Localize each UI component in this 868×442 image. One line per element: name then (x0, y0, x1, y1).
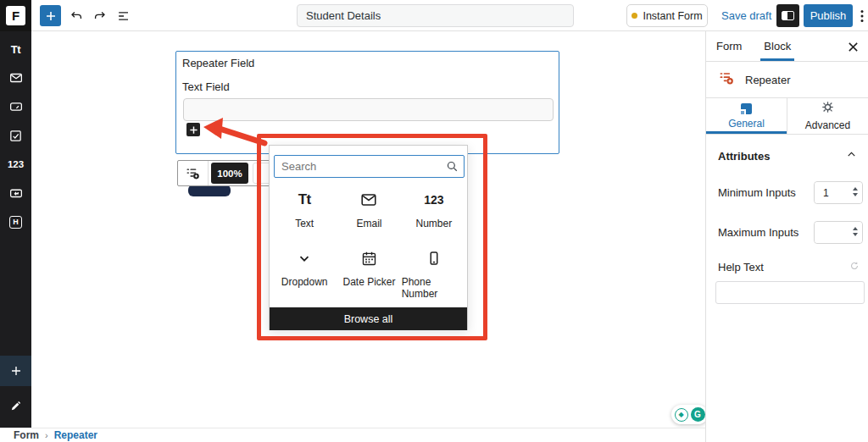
minimum-inputs-field (814, 181, 863, 204)
inserter-item-date-picker[interactable]: Date Picker (337, 248, 401, 300)
form-title-input[interactable] (297, 4, 574, 27)
editor-canvas: Repeater Field Text Field 100% (31, 31, 705, 428)
inserter-item-email[interactable]: Email (337, 190, 401, 229)
smartphone-icon (426, 248, 442, 268)
tab-general[interactable]: General (706, 98, 787, 134)
repeater-block-title: Repeater Field (182, 57, 254, 69)
textarea-field-icon[interactable] (0, 92, 31, 121)
tab-form[interactable]: Form (716, 31, 742, 61)
edit-pencil-icon[interactable] (0, 392, 31, 419)
help-text-row: Help Text (706, 252, 868, 278)
chevron-up-icon (845, 148, 858, 164)
number-stepper-icon[interactable] (853, 227, 858, 236)
assistant-bulb-icon[interactable]: ◆ (675, 408, 688, 422)
maximum-inputs-row: Maximum Inputs (706, 213, 868, 252)
maximum-inputs-field (814, 221, 863, 244)
repeater-field-block[interactable]: Repeater Field Text Field (175, 51, 559, 154)
instant-form-button[interactable]: Instant Form (626, 4, 708, 27)
heading-field-icon[interactable]: H (0, 207, 31, 236)
number-stepper-icon[interactable] (853, 187, 858, 196)
block-icon (741, 103, 752, 114)
attributes-title: Attributes (718, 150, 770, 163)
attributes-section-header[interactable]: Attributes (706, 135, 868, 173)
number-field-icon: 123 (424, 190, 443, 210)
checkbox-field-icon[interactable] (0, 121, 31, 150)
list-view-icon[interactable] (114, 7, 133, 25)
phone-field-icon[interactable] (0, 179, 31, 207)
field-icons-stack: Tt 123 H (0, 35, 31, 236)
breadcrumb-separator: › (45, 430, 48, 440)
inserter-item-phone-number[interactable]: Phone Number (402, 248, 466, 300)
sidebar-panel-icon (782, 11, 794, 20)
text-field-input[interactable] (183, 98, 554, 121)
help-text-input[interactable] (715, 281, 865, 304)
selected-block-name: Repeater (745, 74, 790, 86)
text-field-label: Text Field (182, 80, 230, 93)
sidebar-tabs: Form Block (706, 31, 868, 62)
redo-icon[interactable] (91, 7, 109, 25)
text-field-icon: Tt (298, 190, 311, 210)
plus-icon (9, 364, 23, 378)
editor-window: F Instant Form Save draft Publish (0, 0, 868, 442)
reset-icon[interactable] (849, 259, 860, 274)
email-field-icon[interactable] (0, 64, 31, 92)
tab-block[interactable]: Block (764, 31, 791, 61)
browse-all-button[interactable]: Browse all (270, 307, 467, 330)
chevron-down-icon (297, 248, 312, 268)
minimum-inputs-row: Minimum Inputs (706, 173, 868, 213)
tab-advanced[interactable]: Advanced (787, 98, 868, 134)
breadcrumb: Form › Repeater (0, 428, 705, 442)
field-types-rail: Tt 123 H (0, 31, 31, 428)
breadcrumb-form-link[interactable]: Form (14, 429, 39, 441)
editor-top-bar: F Instant Form Save draft Publish (0, 0, 868, 31)
inserter-item-number[interactable]: 123 Number (402, 190, 466, 229)
instant-form-label: Instant Form (643, 10, 702, 22)
search-input[interactable] (274, 155, 465, 178)
email-field-icon (359, 190, 378, 210)
search-field (274, 155, 465, 178)
number-field-icon[interactable]: 123 (0, 150, 31, 179)
fluentforms-logo[interactable]: F (0, 0, 31, 31)
grammarly-icon[interactable]: G (691, 407, 705, 422)
status-dot-icon (632, 13, 637, 19)
repeater-icon[interactable] (178, 161, 209, 185)
add-block-button[interactable] (40, 5, 61, 26)
logo-letter: F (6, 6, 25, 25)
inserter-item-dropdown[interactable]: Dropdown (272, 248, 337, 300)
gear-icon (821, 101, 834, 116)
tooltip-fragment (188, 185, 231, 196)
maximum-inputs-label: Maximum Inputs (718, 226, 798, 239)
minimum-inputs-label: Minimum Inputs (718, 186, 796, 199)
undo-icon[interactable] (67, 7, 86, 25)
breadcrumb-repeater-link[interactable]: Repeater (54, 429, 97, 441)
browser-extensions-pill: ◆ G (671, 405, 708, 424)
repeater-add-row-button[interactable] (186, 123, 200, 136)
text-field-icon[interactable]: Tt (0, 35, 31, 64)
help-text-label: Help Text (718, 261, 764, 273)
repeater-icon (718, 69, 735, 90)
tt-glyph: Tt (11, 43, 20, 56)
save-draft-button[interactable]: Save draft (721, 9, 771, 22)
calendar-icon (360, 248, 378, 268)
inserter-grid: Tt Text Email 123 Number D (272, 190, 466, 300)
rail-add-field-button[interactable] (0, 356, 31, 386)
settings-sidebar: Form Block Repeater General Advanced (705, 31, 868, 442)
block-inserter-popup: Tt Text Email 123 Number D (269, 145, 468, 330)
options-menu-icon[interactable] (856, 7, 868, 25)
settings-panel-toggle-button[interactable] (776, 4, 799, 27)
plus-icon (44, 9, 58, 23)
plus-icon (189, 125, 198, 135)
selected-block-card: Repeater (706, 62, 868, 98)
width-percentage-badge[interactable]: 100% (211, 163, 248, 184)
publish-button[interactable]: Publish (804, 4, 853, 27)
settings-subtabs: General Advanced (706, 98, 868, 135)
close-icon[interactable] (846, 40, 860, 53)
123-glyph: 123 (8, 159, 24, 169)
h-glyph: H (9, 216, 22, 229)
inserter-item-text[interactable]: Tt Text (272, 190, 337, 229)
